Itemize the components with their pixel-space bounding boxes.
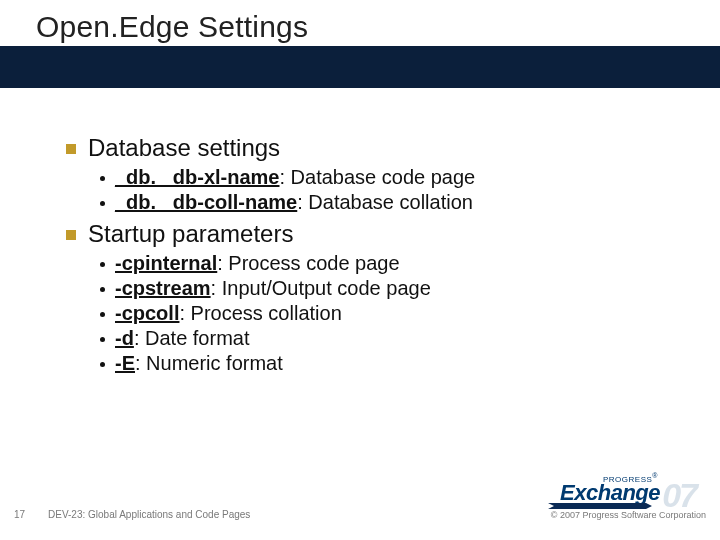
item-text: -cpinternal: Process code page [115, 252, 400, 275]
dot-bullet-icon [100, 201, 105, 206]
section-head: Startup parameters [66, 220, 666, 248]
slide-title: Open.Edge Settings [36, 10, 308, 44]
item-text: -cpcoll: Process collation [115, 302, 342, 325]
square-bullet-icon [66, 230, 76, 240]
section-heading: Database settings [88, 134, 280, 162]
page-number: 17 [14, 509, 25, 520]
list-item: -cpcoll: Process collation [100, 302, 666, 325]
sub-list: -cpinternal: Process code page -cpstream… [100, 252, 666, 375]
footer-copyright: © 2007 Progress Software Corporation [551, 510, 706, 520]
dot-bullet-icon [100, 262, 105, 267]
item-text: -cpstream: Input/Output code page [115, 277, 431, 300]
section-database: Database settings _db. _db-xl-name: Data… [66, 134, 666, 214]
slide-content: Database settings _db. _db-xl-name: Data… [66, 134, 666, 381]
list-item: _db. _db-xl-name: Database code page [100, 166, 666, 189]
sub-list: _db. _db-xl-name: Database code page _db… [100, 166, 666, 214]
list-item: -d: Date format [100, 327, 666, 350]
dot-bullet-icon [100, 337, 105, 342]
list-item: -cpinternal: Process code page [100, 252, 666, 275]
square-bullet-icon [66, 144, 76, 154]
section-heading: Startup parameters [88, 220, 293, 248]
dot-bullet-icon [100, 287, 105, 292]
item-text: -E: Numeric format [115, 352, 283, 375]
section-head: Database settings [66, 134, 666, 162]
title-blue-strip [0, 46, 720, 88]
item-text: _db. _db-xl-name: Database code page [115, 166, 475, 189]
section-startup: Startup parameters -cpinternal: Process … [66, 220, 666, 375]
footer: 17 DEV-23: Global Applications and Code … [0, 486, 720, 526]
title-band: Open.Edge Settings [0, 0, 720, 86]
dot-bullet-icon [100, 312, 105, 317]
list-item: _db. _db-coll-name: Database collation [100, 191, 666, 214]
slide: Open.Edge Settings Database settings _db… [0, 0, 720, 540]
list-item: -E: Numeric format [100, 352, 666, 375]
dot-bullet-icon [100, 176, 105, 181]
item-text: -d: Date format [115, 327, 250, 350]
footer-session-title: DEV-23: Global Applications and Code Pag… [48, 509, 250, 520]
list-item: -cpstream: Input/Output code page [100, 277, 666, 300]
dot-bullet-icon [100, 362, 105, 367]
item-text: _db. _db-coll-name: Database collation [115, 191, 473, 214]
